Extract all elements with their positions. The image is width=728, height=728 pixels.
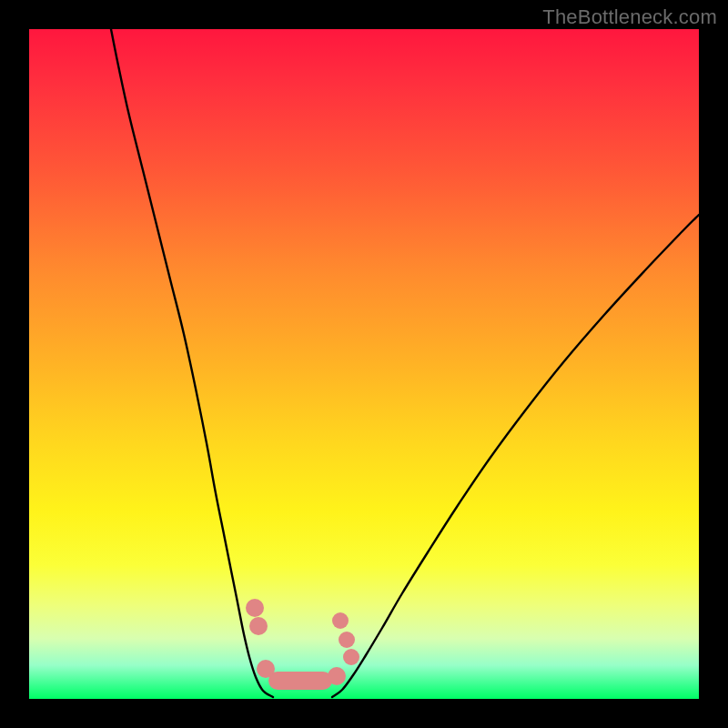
plot-area	[29, 29, 699, 699]
watermark-text: TheBottleneck.com	[542, 5, 717, 29]
marker-dot	[246, 599, 264, 617]
marker-pill	[268, 672, 332, 690]
marker-dot	[339, 632, 355, 648]
left-curve	[111, 29, 273, 697]
marker-dot	[332, 612, 349, 629]
marker-dot	[328, 667, 346, 685]
marker-group	[246, 599, 359, 690]
marker-dot	[343, 649, 359, 665]
marker-dot	[257, 660, 275, 678]
right-curve	[332, 215, 699, 697]
chart-svg	[29, 29, 699, 699]
outer-frame: TheBottleneck.com	[0, 0, 728, 728]
marker-dot	[249, 617, 268, 635]
